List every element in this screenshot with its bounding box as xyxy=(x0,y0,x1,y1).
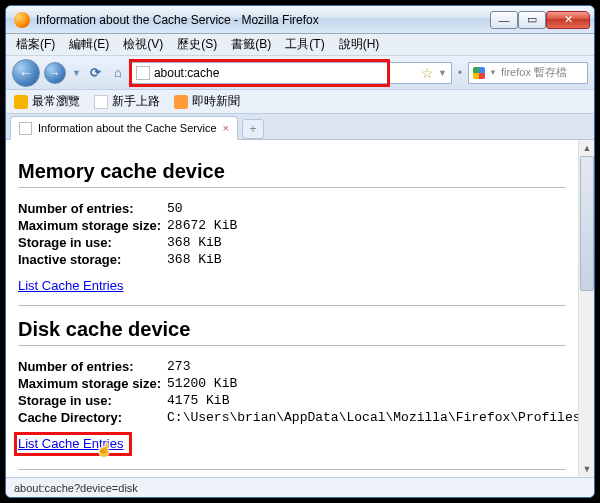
scroll-up-icon[interactable]: ▲ xyxy=(579,140,594,156)
menu-file[interactable]: 檔案(F) xyxy=(10,34,61,55)
tab-label: Information about the Cache Service xyxy=(38,122,217,134)
scrollbar-thumb[interactable] xyxy=(580,156,594,291)
heading-memory: Memory cache device xyxy=(18,160,566,183)
menubar: 檔案(F) 編輯(E) 檢視(V) 歷史(S) 書籤(B) 工具(T) 說明(H… xyxy=(6,34,594,56)
table-row: Inactive storage:368 KiB xyxy=(18,251,243,268)
search-box[interactable]: ▼ firefox 暫存檔 xyxy=(468,62,588,84)
reload-button[interactable]: ⟳ xyxy=(87,64,105,82)
browser-window: Information about the Cache Service - Mo… xyxy=(5,5,595,498)
table-row: Storage in use:368 KiB xyxy=(18,234,243,251)
table-row: Number of entries:273 xyxy=(18,358,578,375)
url-input[interactable] xyxy=(154,66,417,80)
menu-edit[interactable]: 編輯(E) xyxy=(63,34,115,55)
search-input[interactable]: firefox 暫存檔 xyxy=(501,65,567,80)
table-row: Maximum storage size:51200 KiB xyxy=(18,375,578,392)
back-button[interactable]: ← xyxy=(12,59,40,87)
status-text: about:cache?device=disk xyxy=(14,482,138,494)
minimize-button[interactable]: — xyxy=(490,11,518,29)
bookmark-icon xyxy=(14,95,28,109)
page-icon xyxy=(136,66,150,80)
firefox-icon xyxy=(14,12,30,28)
search-engine-dropdown[interactable]: ▼ xyxy=(489,68,497,77)
window-title: Information about the Cache Service - Mo… xyxy=(36,13,490,27)
heading-disk: Disk cache device xyxy=(18,318,566,341)
nav-toolbar: ← → ▼ ⟳ ⌂ ☆ ▼ • ▼ firefox 暫存檔 xyxy=(6,56,594,90)
url-dropdown[interactable]: ▼ xyxy=(438,68,447,78)
bookmark-star-icon[interactable]: ☆ xyxy=(421,65,434,81)
forward-button[interactable]: → xyxy=(44,62,66,84)
bookmark-label: 新手上路 xyxy=(112,93,160,110)
nav-history-dropdown[interactable]: ▼ xyxy=(70,68,83,78)
vertical-scrollbar[interactable]: ▲ ▼ xyxy=(578,140,594,477)
bookmark-label: 最常瀏覽 xyxy=(32,93,80,110)
close-button[interactable]: ✕ xyxy=(546,11,590,29)
page-icon xyxy=(94,95,108,109)
bookmark-most-visited[interactable]: 最常瀏覽 xyxy=(14,93,80,110)
menu-bookmarks[interactable]: 書籤(B) xyxy=(225,34,277,55)
link-list-memory-entries[interactable]: List Cache Entries xyxy=(18,278,124,293)
content-area: Memory cache device Number of entries:50… xyxy=(6,140,594,477)
new-tab-button[interactable]: + xyxy=(242,119,264,139)
page-content: Memory cache device Number of entries:50… xyxy=(6,140,578,477)
table-row: Maximum storage size:28672 KiB xyxy=(18,217,243,234)
table-row: Storage in use:4175 KiB xyxy=(18,392,578,409)
status-bar: about:cache?device=disk xyxy=(6,477,594,497)
window-buttons: — ▭ ✕ xyxy=(490,11,590,29)
url-box[interactable]: ☆ ▼ xyxy=(131,62,452,84)
google-icon xyxy=(473,67,485,79)
table-row: Number of entries:50 xyxy=(18,200,243,217)
go-dropdown-icon[interactable]: • xyxy=(456,66,464,80)
tab-active[interactable]: Information about the Cache Service × xyxy=(10,116,238,140)
bookmark-label: 即時新聞 xyxy=(192,93,240,110)
table-row: Cache Directory:C:\Users\brian\AppData\L… xyxy=(18,409,578,426)
link-list-disk-entries[interactable]: List Cache Entries xyxy=(18,436,124,451)
maximize-button[interactable]: ▭ xyxy=(518,11,546,29)
disk-stats-table: Number of entries:273 Maximum storage si… xyxy=(18,358,578,426)
page-icon xyxy=(19,122,32,135)
bookmark-news[interactable]: 即時新聞 xyxy=(174,93,240,110)
menu-tools[interactable]: 工具(T) xyxy=(279,34,330,55)
tabstrip: Information about the Cache Service × + xyxy=(6,114,594,140)
tab-close-icon[interactable]: × xyxy=(223,122,229,134)
bookmark-getting-started[interactable]: 新手上路 xyxy=(94,93,160,110)
bookmarks-bar: 最常瀏覽 新手上路 即時新聞 xyxy=(6,90,594,114)
menu-help[interactable]: 說明(H) xyxy=(333,34,386,55)
rss-icon xyxy=(174,95,188,109)
home-button[interactable]: ⌂ xyxy=(109,64,127,82)
divider xyxy=(18,469,566,470)
titlebar[interactable]: Information about the Cache Service - Mo… xyxy=(6,6,594,34)
menu-history[interactable]: 歷史(S) xyxy=(171,34,223,55)
memory-stats-table: Number of entries:50 Maximum storage siz… xyxy=(18,200,243,268)
divider xyxy=(18,345,566,346)
scroll-down-icon[interactable]: ▼ xyxy=(579,461,594,477)
menu-view[interactable]: 檢視(V) xyxy=(117,34,169,55)
divider xyxy=(18,305,566,306)
divider xyxy=(18,187,566,188)
